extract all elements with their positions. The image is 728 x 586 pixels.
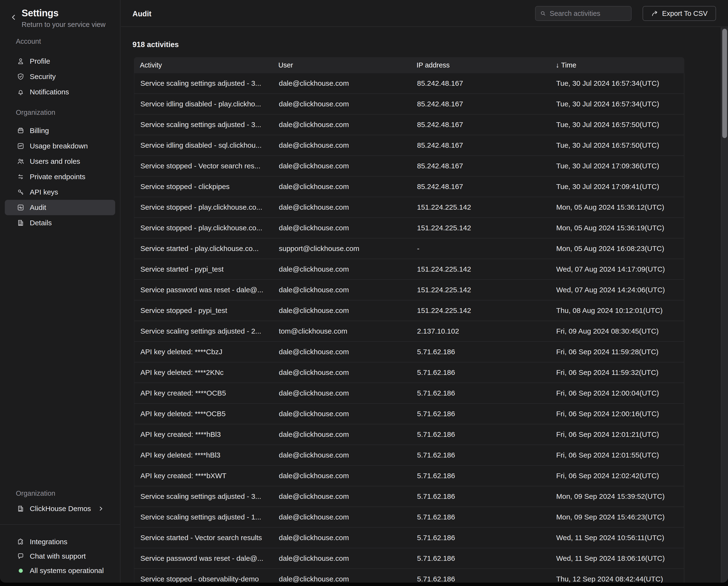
cell-time: Tue, 30 Jul 2024 17:09:41(UTC)	[550, 182, 685, 191]
cell-ip: 85.242.48.167	[411, 182, 550, 191]
sidebar-item-label: API keys	[30, 188, 58, 196]
table-row: API key created: ****hBl3dale@clickhouse…	[134, 424, 684, 445]
cell-time: Mon, 05 Aug 2024 16:08:23(UTC)	[550, 244, 685, 253]
table-row: API key deleted: ****CbzJdale@clickhouse…	[134, 342, 684, 362]
sidebar-item-label: Notifications	[30, 88, 69, 96]
cell-activity: Service stopped - Vector search res...	[134, 162, 273, 170]
scrollbar-thumb[interactable]	[722, 29, 727, 138]
column-header-ip[interactable]: IP address	[411, 61, 550, 69]
cell-activity: Service stopped - play.clickhouse.co...	[134, 203, 273, 211]
wallet-icon	[17, 127, 24, 135]
cell-time: Fri, 06 Sep 2024 12:02:42(UTC)	[550, 472, 685, 480]
sidebar-item-label: Details	[30, 219, 52, 227]
sidebar-item-users-and-roles[interactable]: Users and roles	[5, 154, 115, 169]
cell-ip: 5.71.62.186	[411, 430, 550, 439]
table-row: API key created: ****OCB5dale@clickhouse…	[134, 383, 684, 404]
cell-activity: Service password was reset - dale@...	[134, 554, 273, 562]
table-row: Service stopped - clickpipesdale@clickho…	[134, 176, 684, 197]
table-row: Service started - play.clickhouse.co...s…	[134, 239, 684, 259]
sidebar-item-integrations[interactable]: Integrations	[5, 535, 115, 549]
cell-activity: API key deleted: ****OCB5	[134, 410, 273, 418]
cell-user: dale@clickhouse.com	[273, 492, 411, 500]
sidebar-item-api-keys[interactable]: API keys	[5, 185, 115, 200]
sidebar-item-private-endpoints[interactable]: Private endpoints	[5, 169, 115, 185]
cell-ip: 151.224.225.142	[411, 265, 550, 273]
organization-section-label: Organization	[16, 108, 55, 117]
column-header-user[interactable]: User	[272, 61, 411, 69]
table-row: API key deleted: ****OCB5dale@clickhouse…	[134, 404, 684, 424]
cell-activity: Service stopped - clickpipes	[134, 182, 273, 191]
sidebar-item-label: Audit	[30, 203, 46, 212]
sidebar-item-notifications[interactable]: Notifications	[5, 84, 115, 100]
back-button[interactable]	[9, 13, 19, 22]
cell-ip: 5.71.62.186	[411, 554, 550, 562]
table-body: Service scaling settings adjusted - 3...…	[134, 73, 684, 583]
sidebar-item-label: Billing	[30, 127, 49, 135]
cell-ip: 151.224.225.142	[411, 203, 550, 211]
cell-activity: API key created: ****hBl3	[134, 430, 273, 439]
cell-activity: Service scaling settings adjusted - 1...	[134, 513, 273, 521]
cell-user: dale@clickhouse.com	[273, 513, 411, 521]
chat-bubble-icon	[17, 553, 24, 560]
organization-nav: Billing Usage breakdown Users and roles …	[5, 123, 115, 230]
cell-user: dale@clickhouse.com	[273, 451, 411, 459]
cell-activity: Service started - Vector search results	[134, 534, 273, 542]
sidebar-item-chat-support[interactable]: Chat with support	[5, 549, 115, 563]
table-header: Activity User IP address ↓Time	[134, 57, 684, 73]
cell-user: dale@clickhouse.com	[273, 224, 411, 232]
cell-user: dale@clickhouse.com	[273, 162, 411, 170]
table-row: Service stopped - pypi_testdale@clickhou…	[134, 300, 684, 321]
cell-time: Wed, 11 Sep 2024 10:56:11(UTC)	[550, 534, 685, 542]
table-row: Service scaling settings adjusted - 3...…	[134, 73, 684, 94]
cell-activity: Service stopped - observability-demo	[134, 575, 273, 583]
table-row: API key created: ****bXWTdale@clickhouse…	[134, 466, 684, 486]
column-header-activity[interactable]: Activity	[134, 61, 272, 69]
sidebar-title: Settings	[22, 8, 58, 19]
search-box	[535, 6, 631, 21]
cell-ip: 151.224.225.142	[411, 224, 550, 232]
cell-ip: 5.71.62.186	[411, 368, 550, 376]
table-row: Service idling disabled - play.clickho..…	[134, 94, 684, 115]
usage-chart-icon	[17, 142, 24, 150]
cell-ip: 151.224.225.142	[411, 286, 550, 294]
search-input[interactable]	[550, 9, 627, 18]
cell-activity: API key deleted: ****hBl3	[134, 451, 273, 459]
audit-table: Activity User IP address ↓Time Service s…	[134, 57, 684, 583]
sidebar-item-usage-breakdown[interactable]: Usage breakdown	[5, 138, 115, 154]
main-area: Audit Export To CSV 918 activities Activ…	[121, 0, 728, 583]
export-csv-button[interactable]: Export To CSV	[643, 6, 716, 21]
sidebar-item-security[interactable]: Security	[5, 69, 115, 84]
cell-time: Wed, 07 Aug 2024 14:17:09(UTC)	[550, 265, 685, 273]
cell-time: Tue, 30 Jul 2024 16:57:34(UTC)	[550, 79, 685, 88]
cell-user: dale@clickhouse.com	[273, 575, 411, 583]
column-header-time[interactable]: ↓Time	[550, 61, 684, 69]
sidebar-item-profile[interactable]: Profile	[5, 53, 115, 69]
org-switcher-name: ClickHouse Demos	[30, 505, 91, 513]
cell-activity: Service scaling settings adjusted - 3...	[134, 121, 273, 129]
sort-desc-icon: ↓	[556, 61, 559, 69]
org-switcher[interactable]: ClickHouse Demos	[5, 501, 115, 516]
sidebar-item-billing[interactable]: Billing	[5, 123, 115, 138]
table-row: Service idling disabled - sql.clickhou..…	[134, 135, 684, 156]
chevron-left-icon	[10, 14, 18, 21]
app-window: Settings Return to your service view Acc…	[0, 0, 728, 583]
cell-user: dale@clickhouse.com	[273, 534, 411, 542]
users-icon	[17, 157, 24, 165]
cell-time: Thu, 12 Sep 2024 08:42:44(UTC)	[550, 575, 685, 583]
cell-time: Fri, 06 Sep 2024 11:59:28(UTC)	[550, 348, 685, 356]
scrollbar-track[interactable]	[721, 27, 728, 583]
export-label: Export To CSV	[662, 9, 708, 18]
sidebar-item-system-status[interactable]: All systems operational	[5, 563, 115, 578]
cell-ip: 5.71.62.186	[411, 492, 550, 500]
sidebar-item-label: Usage breakdown	[30, 142, 88, 150]
sidebar-item-audit[interactable]: Audit	[5, 200, 115, 215]
cell-ip: 5.71.62.186	[411, 389, 550, 397]
cell-time: Mon, 05 Aug 2024 15:36:12(UTC)	[550, 203, 685, 211]
cell-time: Tue, 30 Jul 2024 17:09:36(UTC)	[550, 162, 685, 170]
sidebar-item-details[interactable]: Details	[5, 215, 115, 230]
sidebar-item-label: Security	[30, 73, 56, 81]
cell-ip: 85.242.48.167	[411, 162, 550, 170]
cell-ip: 5.71.62.186	[411, 451, 550, 459]
cell-activity: Service idling disabled - sql.clickhou..…	[134, 141, 273, 149]
bell-icon	[17, 88, 24, 96]
